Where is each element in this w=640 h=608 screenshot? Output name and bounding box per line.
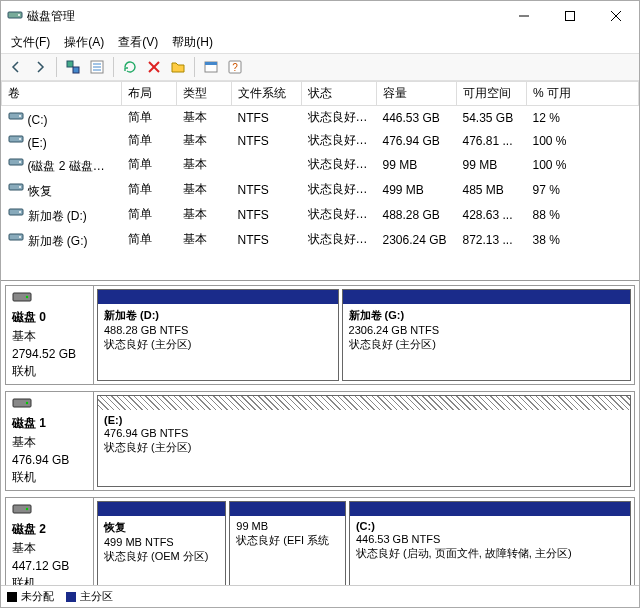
titlebar: 磁盘管理: [1, 1, 639, 31]
menubar: 文件(F) 操作(A) 查看(V) 帮助(H): [1, 31, 639, 53]
disk-icon: [12, 290, 87, 307]
new-folder-button[interactable]: [167, 56, 189, 78]
svg-point-25: [19, 186, 21, 188]
svg-rect-34: [13, 505, 31, 513]
help-button[interactable]: ?: [224, 56, 246, 78]
partition[interactable]: 恢复499 MB NTFS状态良好 (OEM 分区): [97, 501, 226, 585]
svg-point-19: [19, 115, 21, 117]
col-free[interactable]: 可用空间: [457, 82, 527, 106]
svg-point-1: [18, 14, 20, 16]
col-type[interactable]: 类型: [177, 82, 232, 106]
table-row[interactable]: 新加卷 (G:)简单基本NTFS状态良好 (...2306.24 GB872.1…: [2, 227, 639, 252]
menu-action[interactable]: 操作(A): [58, 32, 110, 53]
toolbar-separator: [194, 57, 195, 77]
svg-point-29: [19, 236, 21, 238]
col-pctfree[interactable]: % 可用: [527, 82, 639, 106]
svg-point-31: [26, 296, 28, 298]
svg-rect-30: [13, 293, 31, 301]
table-row[interactable]: 新加卷 (D:)简单基本NTFS状态良好 (...488.28 GB428.63…: [2, 202, 639, 227]
volume-table: 卷 布局 类型 文件系统 状态 容量 可用空间 % 可用 (C:)简单基本NTF…: [1, 81, 639, 252]
table-row[interactable]: 恢复简单基本NTFS状态良好 (...499 MB485 MB97 %: [2, 177, 639, 202]
col-fs[interactable]: 文件系统: [232, 82, 302, 106]
col-volume[interactable]: 卷: [2, 82, 122, 106]
svg-rect-7: [73, 67, 79, 73]
svg-point-35: [26, 508, 28, 510]
maximize-button[interactable]: [547, 1, 593, 31]
partition[interactable]: (E:)476.94 GB NTFS状态良好 (主分区): [97, 395, 631, 487]
volume-icon: [8, 154, 28, 173]
view-button[interactable]: [200, 56, 222, 78]
disk-icon: [12, 396, 87, 413]
volume-list-pane[interactable]: 卷 布局 类型 文件系统 状态 容量 可用空间 % 可用 (C:)简单基本NTF…: [1, 81, 639, 281]
partition[interactable]: (C:)446.53 GB NTFS状态良好 (启动, 页面文件, 故障转储, …: [349, 501, 631, 585]
table-row[interactable]: (C:)简单基本NTFS状态良好 (...446.53 GB54.35 GB12…: [2, 106, 639, 130]
legend-primary: 主分区: [66, 589, 113, 604]
svg-rect-32: [13, 399, 31, 407]
back-button[interactable]: [5, 56, 27, 78]
disk-row: 磁盘 2基本447.12 GB联机恢复499 MB NTFS状态良好 (OEM …: [5, 497, 635, 585]
partition-stripe: [98, 290, 338, 304]
partition-stripe: [98, 502, 225, 516]
col-capacity[interactable]: 容量: [377, 82, 457, 106]
disk-label[interactable]: 磁盘 0基本2794.52 GB联机: [6, 286, 94, 384]
disk-label[interactable]: 磁盘 2基本447.12 GB联机: [6, 498, 94, 585]
toolbar-separator: [56, 57, 57, 77]
refresh-button[interactable]: [62, 56, 84, 78]
partition[interactable]: 新加卷 (G:)2306.24 GB NTFS状态良好 (主分区): [342, 289, 631, 381]
svg-point-21: [19, 138, 21, 140]
disk-management-window: 磁盘管理 文件(F) 操作(A) 查看(V) 帮助(H) ?: [0, 0, 640, 608]
menu-view[interactable]: 查看(V): [112, 32, 164, 53]
disk-icon: [12, 502, 87, 519]
volume-icon: [8, 204, 28, 223]
svg-point-23: [19, 161, 21, 163]
partition[interactable]: 新加卷 (D:)488.28 GB NTFS状态良好 (主分区): [97, 289, 339, 381]
col-status[interactable]: 状态: [302, 82, 377, 106]
volume-icon: [8, 108, 28, 127]
toolbar: ?: [1, 53, 639, 81]
col-layout[interactable]: 布局: [122, 82, 177, 106]
table-row[interactable]: (E:)简单基本NTFS状态良好 (...476.94 GB476.81 ...…: [2, 129, 639, 152]
volume-icon: [8, 131, 28, 150]
disk-row: 磁盘 1基本476.94 GB联机(E:)476.94 GB NTFS状态良好 …: [5, 391, 635, 491]
close-button[interactable]: [593, 1, 639, 31]
svg-point-27: [19, 211, 21, 213]
svg-text:?: ?: [232, 62, 238, 73]
disk-label[interactable]: 磁盘 1基本476.94 GB联机: [6, 392, 94, 490]
menu-help[interactable]: 帮助(H): [166, 32, 219, 53]
partition-stripe: [230, 502, 345, 516]
volume-icon: [8, 229, 28, 248]
toolbar-separator: [113, 57, 114, 77]
disk-graph-pane[interactable]: 磁盘 0基本2794.52 GB联机新加卷 (D:)488.28 GB NTFS…: [1, 281, 639, 585]
partition-stripe: [350, 502, 630, 516]
svg-rect-6: [67, 61, 73, 67]
window-title: 磁盘管理: [27, 8, 75, 25]
svg-rect-3: [566, 12, 575, 21]
delete-button[interactable]: [143, 56, 165, 78]
partition-stripe: [343, 290, 630, 304]
table-row[interactable]: (磁盘 2 磁盘分区 2)简单基本状态良好 (...99 MB99 MB100 …: [2, 152, 639, 177]
properties-button[interactable]: [86, 56, 108, 78]
partition-stripe: [98, 396, 630, 410]
svg-point-33: [26, 402, 28, 404]
minimize-button[interactable]: [501, 1, 547, 31]
disk-row: 磁盘 0基本2794.52 GB联机新加卷 (D:)488.28 GB NTFS…: [5, 285, 635, 385]
forward-button[interactable]: [29, 56, 51, 78]
legend-unallocated: 未分配: [7, 589, 54, 604]
menu-file[interactable]: 文件(F): [5, 32, 56, 53]
volume-icon: [8, 179, 28, 198]
rescan-button[interactable]: [119, 56, 141, 78]
app-icon: [7, 7, 23, 26]
svg-rect-15: [205, 62, 217, 65]
legend: 未分配 主分区: [1, 585, 639, 607]
partition[interactable]: 99 MB状态良好 (EFI 系统: [229, 501, 346, 585]
